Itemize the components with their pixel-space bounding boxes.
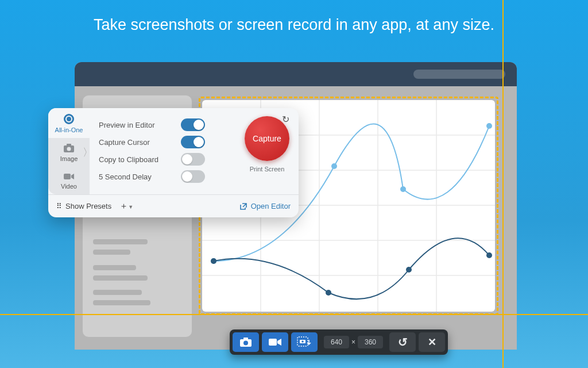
target-icon [64,114,74,124]
setting-preview-label: Preview in Editor [99,121,155,129]
show-presets-label: Show Presets [65,202,111,210]
page-headline: Take screenshots or screen record in any… [0,0,588,34]
open-external-icon [239,202,247,210]
svg-point-27 [301,340,304,343]
capture-toolbar: 640 × 360 ↺ ✕ [230,329,448,355]
svg-point-23 [243,341,248,346]
svg-point-19 [67,147,71,151]
toggle-clipboard[interactable] [181,153,205,166]
svg-rect-22 [243,338,248,340]
svg-rect-18 [67,144,71,146]
video-icon [63,172,75,181]
capture-panel: All-in-One Image 〉 Video [48,108,299,217]
svg-point-12 [486,123,492,129]
mock-search-pill [413,70,505,79]
svg-point-10 [331,163,337,169]
toolbar-dimensions: 640 × 360 [320,336,386,348]
width-input[interactable]: 640 [324,336,349,348]
crosshair-vertical [502,0,504,368]
tab-image[interactable]: Image 〉 [48,138,90,167]
tab-all-in-one[interactable]: All-in-One [48,108,90,138]
undo-icon: ↺ [398,335,408,349]
toolbar-image-capture-button[interactable] [233,332,259,352]
svg-point-15 [406,267,412,273]
svg-point-11 [400,186,406,192]
height-input[interactable]: 360 [358,336,383,348]
tab-video-label: Video [61,183,77,190]
tab-video[interactable]: Video [48,167,90,194]
open-editor-button[interactable]: Open Editor [239,202,291,210]
camera-icon [63,144,75,153]
region-capture-icon [297,336,312,348]
panel-tabs: All-in-One Image 〉 Video [48,108,90,194]
reset-icon[interactable]: ↻ [282,114,289,125]
list-icon: ⠿ [56,202,62,210]
toolbar-region-capture-button[interactable] [291,332,318,352]
svg-point-14 [326,290,331,296]
tab-image-label: Image [60,155,78,162]
add-preset-button[interactable]: ＋▼ [119,201,133,212]
close-icon: ✕ [428,336,436,348]
panel-settings: Preview in Editor Capture Cursor Copy to… [90,108,235,194]
hotkey-label: Print Screen [235,166,299,172]
camera-icon [239,337,252,347]
toggle-cursor[interactable] [181,136,205,148]
tab-all-in-one-label: All-in-One [55,126,83,133]
video-icon [268,338,282,347]
panel-footer: ⠿ Show Presets ＋▼ Open Editor [48,194,299,217]
svg-rect-24 [269,339,277,346]
setting-delay-label: 5 Second Delay [99,172,152,181]
toolbar-video-capture-button[interactable] [262,332,288,352]
toggle-delay[interactable] [181,170,205,183]
toolbar-undo-button[interactable]: ↺ [389,332,416,352]
show-presets-button[interactable]: ⠿ Show Presets [56,202,111,210]
svg-point-16 [486,252,492,258]
capture-button-label: Capture [253,134,281,143]
svg-point-13 [211,258,216,264]
crosshair-horizontal [0,314,588,315]
dimension-separator: × [351,338,355,346]
open-editor-label: Open Editor [251,202,291,210]
svg-rect-20 [64,174,71,179]
setting-clipboard-label: Copy to Clipboard [99,155,158,164]
toggle-preview[interactable] [181,118,205,131]
toolbar-cancel-button[interactable]: ✕ [419,332,445,352]
mock-titlebar [75,62,517,86]
chevron-right-icon: 〉 [83,145,93,159]
setting-cursor-label: Capture Cursor [99,138,150,147]
